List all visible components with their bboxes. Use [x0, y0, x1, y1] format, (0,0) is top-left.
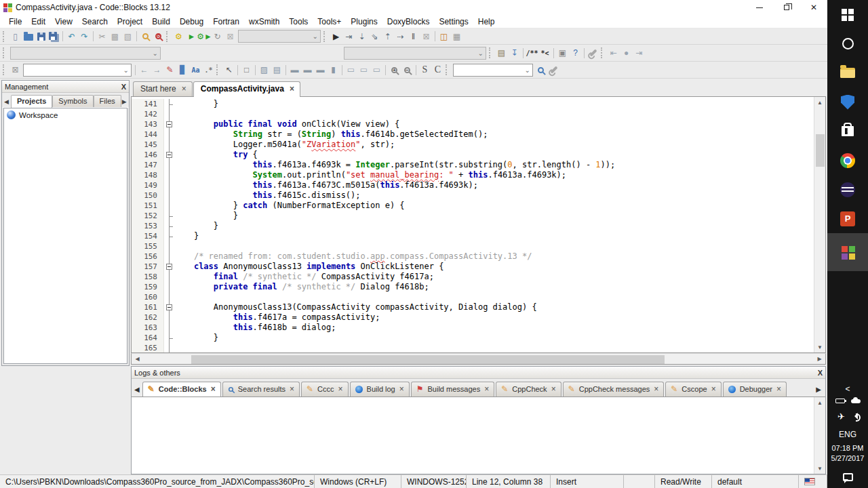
scroll-left-icon[interactable]: ◀	[132, 354, 143, 364]
menu-fortran[interactable]: Fortran	[208, 17, 244, 26]
step-into-button[interactable]: ⇘	[368, 30, 381, 43]
editor-vscrollbar[interactable]: ▲ ▼	[814, 97, 825, 352]
logs-tabs-scroll-right-icon[interactable]: ▶	[814, 386, 824, 396]
code-line[interactable]: 154 }	[132, 231, 814, 241]
wxs-border-mid-button[interactable]: ▭	[357, 64, 370, 76]
minimize-button[interactable]	[746, 0, 773, 15]
next-instruction-button[interactable]: ⇢	[394, 30, 407, 43]
doxy-line-comment-button[interactable]: *<	[538, 47, 551, 59]
copy-button[interactable]: ▩	[108, 30, 121, 43]
clear-search-button[interactable]: ⊠	[9, 64, 22, 76]
toolbar-gripper[interactable]	[216, 64, 220, 75]
clock[interactable]: 07:18 PM 5/27/2017	[831, 443, 865, 464]
match-case-button[interactable]: Aa	[189, 64, 202, 76]
wxs-border-left-button[interactable]: ▭	[344, 64, 357, 76]
editor-tab-compassactivity-java[interactable]: CompassActivity.java×	[193, 81, 300, 97]
toggle-bookmark-button[interactable]: ●	[620, 47, 633, 59]
log-tab-cccc[interactable]: ✎Cccc×	[301, 382, 349, 396]
highlight-lang-button[interactable]: ▊	[176, 64, 189, 76]
management-tab-files[interactable]: Files	[94, 95, 121, 107]
code-line[interactable]: 150 this.f4615c.dismiss();	[132, 190, 814, 201]
save-all-button[interactable]	[47, 30, 60, 43]
tab-close-icon[interactable]: ×	[399, 384, 404, 394]
management-tabs-scroll-left-icon[interactable]: ◀	[3, 98, 11, 107]
workspace-item[interactable]: Workspace	[7, 110, 124, 119]
tab-close-icon[interactable]: ×	[211, 384, 216, 394]
logs-tabs-scroll-left-icon[interactable]: ◀	[133, 386, 142, 396]
next-bookmark-button[interactable]: ⇥	[633, 47, 646, 59]
code-line[interactable]: 156 /* renamed from: com.student.studio.…	[132, 251, 814, 262]
restore-button[interactable]	[773, 0, 800, 15]
code-line[interactable]: 141 }	[132, 99, 814, 109]
toolbar-gripper[interactable]	[3, 47, 6, 58]
code-line[interactable]: 143 public final void onClick(View view)…	[132, 119, 814, 129]
scroll-down-icon[interactable]: ▼	[814, 463, 825, 474]
toolbar-gripper[interactable]	[489, 47, 492, 58]
management-tab-projects[interactable]: Projects	[11, 95, 52, 108]
stop-debugger-button[interactable]: ⊠	[420, 30, 433, 43]
scroll-up-icon[interactable]: ▲	[814, 397, 825, 408]
airplane-mode-icon[interactable]	[837, 410, 845, 422]
code-line[interactable]: 162 this.f4617a = compassActivity;	[132, 312, 814, 323]
code-line[interactable]: 161 AnonymousClass13(CompassActivity com…	[132, 302, 814, 312]
logs-close-icon[interactable]: X	[818, 369, 823, 377]
logs-vscrollbar[interactable]: ▲ ▼	[814, 397, 825, 474]
build-and-run-button[interactable]: ⚙►	[198, 30, 211, 43]
tab-close-icon[interactable]: ×	[551, 384, 556, 394]
menu-tools[interactable]: Tools+	[313, 17, 346, 26]
break-debugger-button[interactable]: ‖	[407, 30, 420, 43]
tab-close-icon[interactable]: ×	[290, 84, 294, 94]
menu-project[interactable]: Project	[113, 17, 147, 26]
tab-close-icon[interactable]: ×	[711, 384, 716, 394]
debugging-windows-button[interactable]: ◫	[437, 30, 450, 43]
cut-button[interactable]: ✂	[96, 30, 108, 43]
taskbar-chrome[interactable]	[827, 146, 868, 175]
incsearch-find-button[interactable]	[534, 64, 547, 76]
doxy-insert-input-button[interactable]: ↧	[508, 47, 521, 59]
search-combo[interactable]: ⌄	[23, 64, 132, 77]
tab-close-icon[interactable]: ×	[484, 384, 489, 394]
redo-button[interactable]: ↷	[78, 30, 91, 43]
tab-close-icon[interactable]: ×	[290, 384, 294, 394]
code-line[interactable]: 146 try {	[132, 150, 814, 160]
code-line[interactable]: 164 }	[132, 333, 814, 343]
wxs-border-right-button[interactable]: ▭	[370, 64, 383, 76]
menu-build[interactable]: Build	[147, 17, 175, 26]
toolbar-gripper[interactable]	[446, 64, 449, 75]
menu-edit[interactable]: Edit	[26, 17, 50, 26]
taskbar-cortana-button[interactable]	[827, 29, 868, 58]
title-bar[interactable]: CompassActivity.java - Code::Blocks 13.1…	[0, 0, 827, 15]
code-line[interactable]: 152 }	[132, 211, 814, 221]
code-line[interactable]: 165	[132, 343, 814, 352]
debug-continue-button[interactable]: ▶	[330, 30, 342, 43]
wxs-classes-button[interactable]: C	[431, 64, 444, 76]
undo-button[interactable]: ↶	[65, 30, 78, 43]
doxy-settings-button[interactable]	[587, 47, 599, 59]
log-output-area[interactable]	[132, 397, 814, 474]
management-tab-symbols[interactable]: Symbols	[52, 95, 93, 107]
scroll-up-icon[interactable]: ▲	[814, 97, 825, 108]
find-button[interactable]	[139, 30, 152, 43]
code-line[interactable]: 142	[132, 109, 814, 119]
fold-collapse-icon[interactable]	[166, 152, 172, 158]
fold-collapse-icon[interactable]	[166, 304, 172, 310]
toolbar-gripper[interactable]	[323, 31, 327, 42]
zoom-out-button[interactable]	[401, 64, 414, 76]
doxy-view-chm-button[interactable]: ?	[569, 47, 582, 59]
log-tab-code-blocks[interactable]: ✎Code::Blocks×	[142, 382, 221, 396]
compiler-toolbar-select[interactable]: ⌄	[10, 47, 161, 60]
scroll-right-icon[interactable]: ▶	[814, 354, 825, 364]
onedrive-cloud-icon[interactable]	[851, 399, 861, 403]
management-tabs-scroll-right-icon[interactable]: ▶	[121, 98, 129, 107]
rebuild-button[interactable]: ↻	[211, 30, 224, 43]
debug-info-button[interactable]: ▦	[450, 30, 463, 43]
nav-forward-button[interactable]: →	[151, 64, 163, 76]
code-line[interactable]: 144 String str = (String) this.f4614b.ge…	[132, 129, 814, 140]
build-button[interactable]: ⚙	[172, 30, 185, 43]
menu-file[interactable]: File	[4, 17, 26, 26]
menu-search[interactable]: Search	[77, 17, 113, 26]
taskbar-codeblocks[interactable]	[827, 233, 868, 271]
wxs-sizer-grid-button[interactable]: ▬	[314, 64, 327, 76]
step-out-button[interactable]: ⇡	[381, 30, 394, 43]
battery-icon[interactable]	[835, 399, 845, 403]
